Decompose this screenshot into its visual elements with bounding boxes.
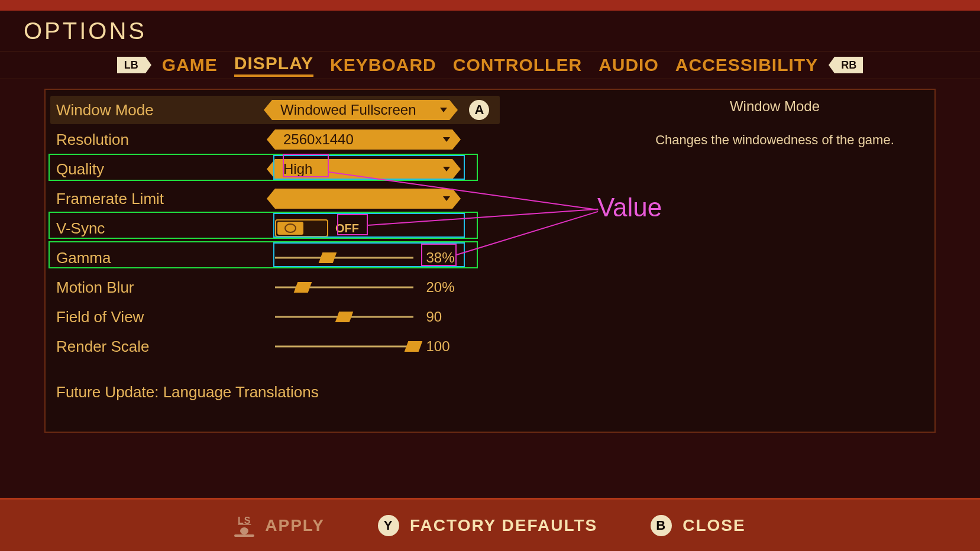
top-red-strip xyxy=(0,0,980,11)
label-vsync: V-Sync xyxy=(56,219,275,238)
chevron-down-icon xyxy=(440,108,447,112)
tab-keyboard[interactable]: KEYBOARD xyxy=(330,55,436,75)
footer-defaults-button[interactable]: Y FACTORY DEFAULTS xyxy=(378,515,597,536)
tab-audio[interactable]: AUDIO xyxy=(599,55,659,75)
label-gamma: Gamma xyxy=(56,249,275,267)
page-title: OPTIONS xyxy=(24,18,147,44)
a-button-icon: A xyxy=(469,100,489,120)
chevron-down-icon xyxy=(443,137,450,142)
footer-close-button[interactable]: B CLOSE xyxy=(651,515,745,536)
slider-fov-value: 90 xyxy=(426,309,458,325)
dropdown-quality-value: High xyxy=(283,161,312,177)
options-panel: Window Mode Windowed Fullscreen A Resolu… xyxy=(44,89,936,433)
footer-apply-label: APPLY xyxy=(265,516,325,535)
row-vsync[interactable]: V-Sync OFF xyxy=(50,214,500,242)
row-resolution[interactable]: Resolution 2560x1440 xyxy=(50,125,500,154)
settings-column: Window Mode Windowed Fullscreen A Resolu… xyxy=(50,96,500,401)
description-column: Window Mode Changes the windowedness of … xyxy=(627,98,923,148)
toggle-vsync[interactable] xyxy=(275,219,328,237)
future-update-note: Future Update: Language Translations xyxy=(50,383,500,401)
label-render-scale: Render Scale xyxy=(56,338,275,356)
label-resolution: Resolution xyxy=(56,131,275,149)
dropdown-window-mode[interactable]: Windowed Fullscreen xyxy=(272,100,449,120)
row-motion-blur[interactable]: Motion Blur 20% xyxy=(50,273,500,302)
b-button-icon: B xyxy=(651,515,672,536)
dropdown-window-mode-value: Windowed Fullscreen xyxy=(280,102,416,118)
rb-bumper-icon[interactable]: RB xyxy=(835,57,863,73)
label-motion-blur: Motion Blur xyxy=(56,278,275,297)
row-fov[interactable]: Field of View 90 xyxy=(50,303,500,331)
slider-gamma[interactable] xyxy=(275,256,413,260)
dropdown-quality[interactable]: High xyxy=(275,159,452,179)
label-window-mode: Window Mode xyxy=(56,101,272,119)
dropdown-resolution-value: 2560x1440 xyxy=(283,131,354,148)
dropdown-resolution[interactable]: 2560x1440 xyxy=(275,129,452,150)
lb-bumper-icon[interactable]: LB xyxy=(117,57,145,73)
slider-fov[interactable] xyxy=(275,315,413,319)
description-title: Window Mode xyxy=(627,98,923,115)
header-bar: OPTIONS xyxy=(0,11,980,51)
ls-stick-icon: LS xyxy=(234,516,254,536)
label-quality: Quality xyxy=(56,160,275,179)
slider-render-scale[interactable] xyxy=(275,345,413,348)
row-render-scale[interactable]: Render Scale 100 xyxy=(50,332,500,361)
footer-defaults-label: FACTORY DEFAULTS xyxy=(410,516,597,535)
row-quality[interactable]: Quality High xyxy=(50,155,500,183)
y-button-icon: Y xyxy=(378,515,399,536)
chevron-down-icon xyxy=(443,196,450,201)
label-fov: Field of View xyxy=(56,308,275,326)
slider-motion-blur-value: 20% xyxy=(426,279,458,296)
toggle-vsync-label: OFF xyxy=(335,222,359,235)
dropdown-framerate-limit[interactable] xyxy=(275,189,452,209)
tab-bar: LB GAME DISPLAY KEYBOARD CONTROLLER AUDI… xyxy=(0,51,980,79)
slider-gamma-value: 38% xyxy=(426,249,458,266)
tab-display[interactable]: DISPLAY xyxy=(234,53,313,77)
toggle-vsync-knob xyxy=(277,222,303,235)
footer-bar: LS APPLY Y FACTORY DEFAULTS B CLOSE xyxy=(0,498,980,551)
footer-close-label: CLOSE xyxy=(683,516,745,535)
slider-motion-blur[interactable] xyxy=(275,286,413,289)
row-framerate-limit[interactable]: Framerate Limit xyxy=(50,184,500,213)
chevron-down-icon xyxy=(443,167,450,171)
slider-render-scale-value: 100 xyxy=(426,338,458,355)
footer-filler xyxy=(0,433,980,498)
row-gamma[interactable]: Gamma 38% xyxy=(50,244,500,272)
tab-controller[interactable]: CONTROLLER xyxy=(453,55,582,75)
footer-apply-button[interactable]: LS APPLY xyxy=(234,516,325,536)
row-window-mode[interactable]: Window Mode Windowed Fullscreen A xyxy=(50,96,500,124)
description-text: Changes the windowedness of the game. xyxy=(627,132,923,148)
tab-accessibility[interactable]: ACCESSIBILITY xyxy=(675,55,818,75)
tab-game[interactable]: GAME xyxy=(162,55,218,75)
label-framerate-limit: Framerate Limit xyxy=(56,190,275,208)
